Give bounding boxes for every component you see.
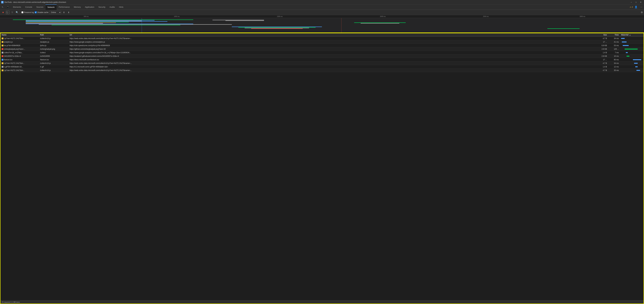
main-content: 500 ms 1000 ms 1500 ms 2000 ms 2500 ms 3… bbox=[0, 15, 644, 304]
timeline-bar-10 bbox=[52, 25, 180, 25]
marker-500ms: 500 ms bbox=[84, 16, 89, 17]
preserve-log-label[interactable]: Preserve log bbox=[22, 12, 34, 14]
disable-cache-label[interactable]: Disable cache bbox=[35, 12, 48, 14]
cell-waterfall bbox=[620, 47, 644, 51]
cell-name: t.js?ver=%272.1%27&m... bbox=[0, 69, 39, 72]
cell-url: https://web.vortex.data.microsoft.com/co… bbox=[68, 38, 596, 40]
col-header-waterfall[interactable]: Waterfall ▲ bbox=[620, 34, 644, 36]
close-button[interactable]: ✕ bbox=[639, 1, 643, 4]
user-button[interactable]: 👤 bbox=[634, 5, 638, 9]
table-row[interactable]: analytics.js/analytics.jshttps://www.goo… bbox=[0, 40, 644, 44]
timeline-bar-m1 bbox=[212, 20, 264, 20]
tab-hints[interactable]: Hints bbox=[117, 4, 126, 10]
cell-url: https://web.vortex.data.microsoft.com/co… bbox=[68, 62, 596, 64]
marker-2500ms: 2500 ms bbox=[483, 16, 488, 17]
disable-cache-checkbox[interactable] bbox=[35, 12, 37, 13]
tab-application[interactable]: Application bbox=[83, 4, 96, 10]
timeline-bar-2 bbox=[26, 20, 154, 20]
table-row[interactable]: t.js?ver=%272.1%27&m.../collect/v1/t.jsh… bbox=[0, 62, 644, 65]
table-row[interactable]: c.gif?DI=4050&did=18.../c.gifhttps://c1.… bbox=[0, 65, 644, 68]
cell-waterfall bbox=[620, 51, 644, 54]
cell-time: 34 ms bbox=[608, 38, 620, 40]
warning-badge[interactable]: ⚠ 3 bbox=[630, 6, 633, 8]
waterfall-bar bbox=[636, 70, 640, 71]
col-header-name[interactable]: Name bbox=[0, 34, 39, 36]
cell-path: /collect/v1/t.js bbox=[39, 38, 68, 40]
cell-waterfall bbox=[620, 40, 644, 44]
warning-icon: ⚠ bbox=[630, 6, 631, 8]
device-emulation-button[interactable]: 📱 bbox=[6, 5, 10, 9]
cell-time: 12 ms bbox=[608, 66, 620, 68]
cell-size: 4.7 B bbox=[596, 38, 608, 40]
cell-waterfall bbox=[620, 54, 644, 58]
table-row[interactable]: t.js?ver=%272.1%27&m.../collect/v1/t.jsh… bbox=[0, 68, 644, 72]
cell-time: 41 ms bbox=[608, 41, 620, 43]
record-button[interactable]: ● bbox=[1, 10, 5, 14]
timeline-bar-4 bbox=[26, 21, 168, 22]
timeline-bar-3 bbox=[26, 21, 142, 21]
timeline-bar-r3 bbox=[245, 28, 309, 28]
timeline-header: 500 ms 1000 ms 1500 ms 2000 ms 2500 ms 3… bbox=[0, 15, 644, 18]
table-row[interactable]: favicon.ico/favicon.icohttps://docs.micr… bbox=[0, 58, 644, 62]
clear-button[interactable]: ⃠ bbox=[6, 11, 10, 14]
waterfall-bar bbox=[621, 38, 625, 39]
col-header-path[interactable]: Path bbox=[39, 34, 68, 36]
cell-path: /favicon.ico bbox=[39, 59, 68, 61]
tab-console[interactable]: Console bbox=[23, 4, 34, 10]
cell-path: /c.gif bbox=[39, 66, 68, 68]
timeline-bar-e1 bbox=[548, 28, 580, 29]
marker-1500ms: 1500 ms bbox=[277, 16, 282, 17]
more-button[interactable]: ··· bbox=[639, 5, 644, 9]
table-row[interactable]: t.js?ver=%272.1%27&m.../collect/v1/t.jsh… bbox=[0, 37, 644, 40]
cell-waterfall bbox=[620, 37, 644, 40]
tab-sources[interactable]: Sources bbox=[34, 4, 46, 10]
maximize-button[interactable]: □ bbox=[634, 1, 638, 4]
cell-waterfall bbox=[620, 65, 644, 68]
cell-size: 1.4 B bbox=[596, 52, 608, 54]
search-button[interactable]: 🔍 bbox=[15, 10, 19, 14]
cell-name: favicon.ico bbox=[0, 59, 39, 61]
throttle-selector[interactable]: Online Fast 3G Slow 3G Offline bbox=[49, 11, 61, 14]
marker-2000ms: 2000 ms bbox=[380, 16, 386, 17]
upload-button[interactable]: ⬆ bbox=[62, 10, 66, 14]
cursor-tool-button[interactable]: ↖ bbox=[0, 5, 5, 9]
cell-path: /u/34316555 bbox=[39, 55, 68, 57]
table-row[interactable]: collect?v=1&_v=j79&a.../collecthttps://w… bbox=[0, 51, 644, 54]
cell-waterfall bbox=[620, 62, 644, 65]
cell-path: /collect bbox=[39, 52, 68, 54]
cell-size: 2.8 KB bbox=[596, 48, 608, 50]
cell-url: https://cdn.speedcurve.com/js/lux.js?id=… bbox=[68, 44, 596, 46]
timeline-bar-6 bbox=[26, 22, 116, 23]
timeline-bar-fr1 bbox=[354, 22, 406, 23]
cell-url: https://docs.microsoft.com/favicon.ico bbox=[68, 59, 596, 61]
preserve-log-checkbox[interactable] bbox=[22, 12, 23, 13]
tab-memory[interactable]: Memory bbox=[72, 4, 83, 10]
filter-button[interactable]: ▽ bbox=[10, 10, 14, 14]
tab-performance[interactable]: Performance bbox=[56, 4, 72, 10]
table-row[interactable]: 34316555?s=32&v=4/u/34316555https://avat… bbox=[0, 54, 644, 58]
cell-waterfall bbox=[620, 58, 644, 61]
table-row[interactable]: lux.js?id=409849828/js/lux.jshttps://cdn… bbox=[0, 44, 644, 47]
settings-icon[interactable]: ⚙ bbox=[641, 11, 643, 14]
timeline-bar-fr2 bbox=[361, 23, 399, 24]
cell-time: 80 ms bbox=[608, 59, 620, 61]
timeline-bar-r4 bbox=[251, 28, 303, 29]
tab-network[interactable]: Network bbox=[46, 4, 57, 10]
cell-time: 7 ms bbox=[608, 52, 620, 54]
timeline-bar-m2 bbox=[226, 20, 264, 21]
col-header-url[interactable]: Url bbox=[68, 34, 596, 36]
download-button[interactable]: ⬇ bbox=[67, 10, 70, 14]
table-row[interactable]: zoherghadyali.png?size=.../zoherghadyali… bbox=[0, 47, 644, 51]
waterfall-bar bbox=[626, 52, 628, 53]
cell-time: 53 ms bbox=[608, 44, 620, 46]
cell-path: /js/lux.js bbox=[39, 44, 68, 46]
tab-elements[interactable]: Elements bbox=[11, 4, 23, 10]
minimize-button[interactable]: – bbox=[629, 1, 633, 4]
tab-security[interactable]: Security bbox=[96, 4, 108, 10]
tab-bar-right: ⚠ 3 👤 ··· bbox=[630, 5, 644, 9]
col-header-size[interactable]: Size bbox=[596, 34, 608, 36]
table-header: Name Path Url Size Time Waterfall ▲ bbox=[0, 33, 644, 37]
tab-audits[interactable]: Audits bbox=[108, 4, 117, 10]
waterfall-bar bbox=[633, 59, 641, 60]
col-header-time[interactable]: Time bbox=[608, 34, 620, 36]
